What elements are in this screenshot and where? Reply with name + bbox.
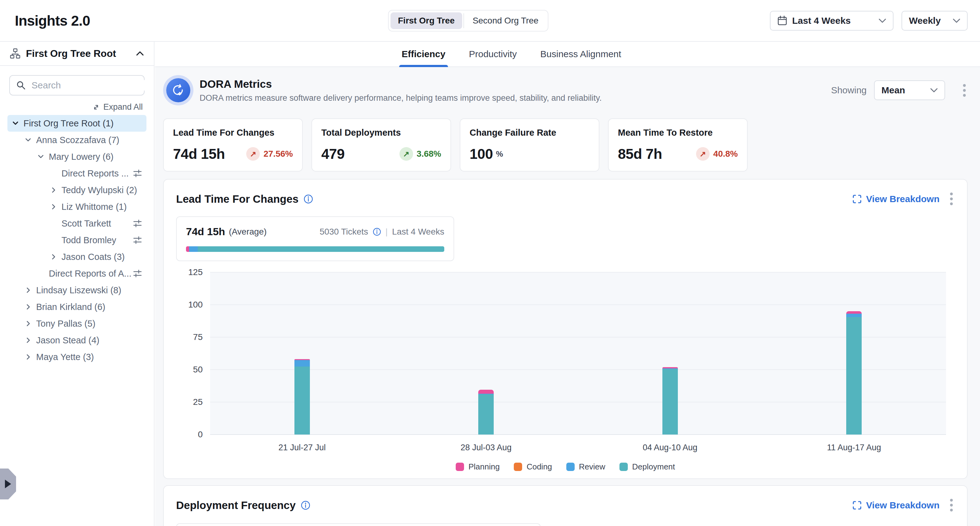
- tree-item[interactable]: Anna Scozzafava (7): [7, 132, 146, 148]
- expand-all-icon: [92, 103, 100, 111]
- x-axis-tick-label: 11 Aug-17 Aug: [827, 443, 881, 453]
- showing-value: Mean: [881, 85, 905, 96]
- dora-titles: DORA Metrics DORA metrics measure softwa…: [200, 78, 602, 103]
- filter-sliders-icon[interactable]: [133, 169, 142, 178]
- triangle-right-icon: [5, 480, 11, 488]
- chevron-down-icon: [930, 88, 938, 92]
- bar-segment-planning: [846, 311, 862, 314]
- tab-business-alignment[interactable]: Business Alignment: [538, 42, 624, 67]
- insights-app: Insights 2.0 First Org Tree Second Org T…: [0, 0, 980, 526]
- chevron-right-icon[interactable]: [24, 353, 36, 361]
- tree-item[interactable]: Direct Reports of A...: [7, 265, 146, 282]
- main-panel: Efficiency Productivity Business Alignme…: [155, 42, 980, 526]
- tree-item-label: Maya Yette (3): [36, 352, 94, 362]
- divider: |: [386, 227, 388, 237]
- y-axis-tick-label: 25: [176, 397, 203, 407]
- stacked-bar[interactable]: [478, 390, 494, 435]
- granularity-dropdown[interactable]: Weekly: [902, 11, 968, 30]
- chevron-down-icon[interactable]: [37, 153, 49, 160]
- average-meta: 5030 Tickets | Last 4 Weeks: [320, 227, 444, 237]
- tree-item-label: First Org Tree Root (1): [24, 118, 114, 129]
- tab-productivity[interactable]: Productivity: [466, 42, 519, 67]
- bar-segment-planning: [478, 390, 494, 394]
- chevron-down-icon[interactable]: [12, 120, 24, 127]
- chevron-up-icon[interactable]: [136, 51, 144, 56]
- tree-item[interactable]: First Org Tree Root (1): [7, 115, 146, 132]
- info-icon[interactable]: [303, 194, 313, 204]
- progress-segment-planning: [186, 246, 189, 252]
- info-icon[interactable]: [301, 500, 310, 510]
- dora-cycle-icon: [166, 78, 190, 102]
- tree-item[interactable]: Lindsay Liszewski (8): [7, 282, 146, 298]
- tree-item[interactable]: Liz Whittome (1): [7, 198, 146, 215]
- legend-label: Planning: [468, 462, 500, 472]
- stat-card-value-row: 85d 7h↗40.8%: [618, 145, 738, 162]
- tree-item[interactable]: Mary Lowery (6): [7, 148, 146, 165]
- stacked-bar[interactable]: [662, 367, 678, 435]
- stacked-bar[interactable]: [846, 311, 862, 435]
- chevron-right-icon[interactable]: [50, 203, 62, 210]
- tree-item[interactable]: Brian Kirkland (6): [7, 298, 146, 315]
- org-tab-first[interactable]: First Org Tree: [391, 12, 462, 29]
- stat-card-value: 74d 15h: [173, 145, 225, 162]
- tab-efficiency[interactable]: Efficiency: [399, 42, 448, 67]
- y-axis-tick-label: 125: [176, 267, 203, 277]
- chevron-down-icon: [879, 19, 886, 23]
- org-tab-second[interactable]: Second Org Tree: [465, 12, 546, 29]
- chart-plot-area: [210, 272, 946, 435]
- tree-item[interactable]: Maya Yette (3): [7, 349, 146, 365]
- chevron-right-icon[interactable]: [24, 320, 36, 327]
- gridline: [210, 434, 946, 435]
- filter-sliders-icon[interactable]: [133, 219, 142, 228]
- lead-time-panel: Lead Time For Changes View Breakdown: [163, 179, 968, 479]
- filter-sliders-icon[interactable]: [133, 236, 142, 245]
- info-icon[interactable]: [372, 228, 381, 236]
- filter-sliders-icon[interactable]: [133, 269, 142, 278]
- stacked-bar[interactable]: [294, 359, 310, 435]
- bar-segment-deployment: [478, 394, 494, 435]
- tree-item[interactable]: Todd Bromley: [7, 232, 146, 249]
- deployment-frequency-menu-button[interactable]: [948, 497, 955, 513]
- tree-item[interactable]: Direct Reports ...: [7, 165, 146, 182]
- lead-time-view-breakdown[interactable]: View Breakdown: [853, 194, 940, 204]
- tree-item[interactable]: Scott Tarkett: [7, 215, 146, 232]
- chevron-down-icon: [953, 19, 960, 23]
- tree-item[interactable]: Jason Stead (4): [7, 332, 146, 349]
- search-input[interactable]: [32, 80, 151, 91]
- tree-item[interactable]: Jason Coats (3): [7, 249, 146, 265]
- tree-item[interactable]: Tony Pallas (5): [7, 315, 146, 332]
- chevron-right-icon[interactable]: [50, 186, 62, 194]
- stat-card-title: Total Deployments: [321, 128, 441, 138]
- chevron-right-icon[interactable]: [24, 303, 36, 311]
- lead-time-menu-button[interactable]: [948, 191, 955, 207]
- deployment-frequency-header: Deployment Frequency View Breakdown: [176, 497, 955, 513]
- sidebar-header[interactable]: First Org Tree Root: [0, 42, 154, 66]
- expand-all-button[interactable]: Expand All: [11, 102, 143, 112]
- stat-card-delta-value: 40.8%: [713, 149, 738, 159]
- stat-card-value-row: 100%: [469, 145, 589, 162]
- search-icon: [16, 80, 26, 90]
- tree-item-label: Lindsay Liszewski (8): [36, 285, 121, 295]
- chevron-down-icon[interactable]: [24, 136, 36, 144]
- legend-label: Coding: [527, 462, 552, 472]
- chevron-right-icon[interactable]: [24, 336, 36, 344]
- tree-item-label: Tony Pallas (5): [36, 319, 95, 329]
- chevron-right-icon[interactable]: [50, 253, 62, 261]
- dora-menu-button[interactable]: [961, 82, 968, 99]
- legend-item-review: Review: [566, 462, 605, 472]
- showing-dropdown[interactable]: Mean: [874, 80, 945, 100]
- tree-item-label: Direct Reports of A...: [49, 269, 132, 279]
- phase-progress-bar: [186, 246, 444, 252]
- showing-group: Showing Mean: [831, 80, 968, 100]
- tree-item-label: Scott Tarkett: [62, 218, 111, 229]
- tree-item[interactable]: Teddy Wylupski (2): [7, 182, 146, 198]
- date-range-value: Last 4 Weeks: [792, 16, 851, 26]
- stat-card-delta: ↗40.8%: [696, 147, 738, 161]
- org-tree-list: First Org Tree Root (1)Anna Scozzafava (…: [7, 115, 146, 365]
- date-range-dropdown[interactable]: Last 4 Weeks: [770, 11, 894, 30]
- chevron-right-icon[interactable]: [24, 287, 36, 294]
- stat-card: Mean Time To Restore85d 7h↗40.8%: [608, 118, 748, 172]
- y-axis-tick-label: 100: [176, 300, 203, 310]
- dora-subtitle: DORA metrics measure software delivery p…: [200, 93, 602, 103]
- deployment-frequency-view-breakdown[interactable]: View Breakdown: [853, 500, 940, 510]
